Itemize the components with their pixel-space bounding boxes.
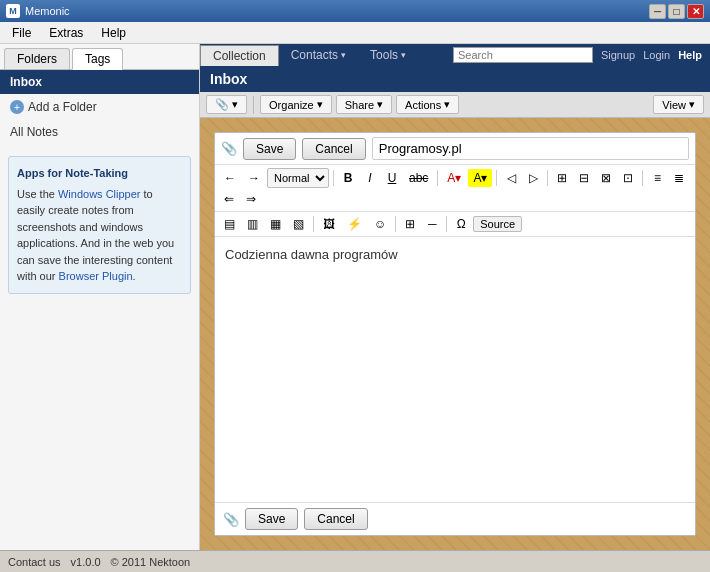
underline-button[interactable]: U — [382, 169, 402, 187]
bottom-save-button[interactable]: Save — [245, 508, 298, 530]
close-button[interactable]: ✕ — [687, 4, 704, 19]
nav-tab-collection-label: Collection — [213, 49, 266, 63]
add-folder-button[interactable]: + Add a Folder — [0, 94, 199, 120]
add-folder-label: Add a Folder — [28, 100, 97, 114]
all-notes-link[interactable]: All Notes — [0, 120, 199, 144]
actions-button[interactable]: Actions ▾ — [396, 95, 459, 114]
menu-extras[interactable]: Extras — [41, 24, 91, 42]
strikethrough-button[interactable]: abc — [404, 169, 433, 187]
main-toolbar: 📎 ▾ Organize ▾ Share ▾ Actions ▾ View ▾ — [200, 92, 710, 118]
info-box-text3: . — [133, 270, 136, 282]
title-bar-left: M Memonic — [6, 4, 70, 18]
top-cancel-button[interactable]: Cancel — [302, 138, 365, 160]
align-right-button[interactable]: ▦ — [265, 215, 286, 233]
flash-button[interactable]: ⚡ — [342, 215, 367, 233]
unordered-list-button[interactable]: ≡ — [647, 169, 667, 187]
toolbar-sep-1 — [253, 96, 254, 114]
nav-tab-collection[interactable]: Collection — [200, 45, 279, 66]
redo-button[interactable]: → — [243, 169, 265, 187]
top-save-button[interactable]: Save — [243, 138, 296, 160]
smiley-button[interactable]: ☺ — [369, 215, 391, 233]
share-button[interactable]: Share ▾ — [336, 95, 392, 114]
maximize-button[interactable]: □ — [668, 4, 685, 19]
view-button[interactable]: View ▾ — [653, 95, 704, 114]
tools-arrow-icon: ▾ — [401, 50, 406, 60]
bottom-attachment-icon: 📎 — [223, 512, 239, 527]
toolbar-clip-button[interactable]: 📎 ▾ — [206, 95, 247, 114]
bottom-cancel-button[interactable]: Cancel — [304, 508, 367, 530]
indent-button[interactable]: ▷ — [523, 169, 543, 187]
content-panel: Collection Contacts ▾ Tools ▾ Signup Log… — [200, 44, 710, 550]
sidebar-inbox: Inbox — [0, 70, 199, 94]
special-char-button[interactable]: Ω — [451, 215, 471, 233]
inbox-header: Inbox — [200, 66, 710, 92]
increase-indent-button[interactable]: ⇒ — [241, 190, 261, 208]
et-sep-5 — [642, 170, 643, 186]
editor-toolbar-1: ← → Normal B I U abc A▾ A▾ ◁ ▷ — [215, 165, 695, 212]
image-button[interactable]: 🖼 — [318, 215, 340, 233]
editor-body-wrapper — [215, 237, 695, 502]
status-bar: Contact us v1.0.0 © 2011 Nektoon — [0, 550, 710, 572]
et-sep-1 — [333, 170, 334, 186]
note-title-input[interactable] — [372, 137, 689, 160]
source-button[interactable]: Source — [473, 216, 522, 232]
align-left-button[interactable]: ▤ — [219, 215, 240, 233]
minimize-button[interactable]: ─ — [649, 4, 666, 19]
paste-button[interactable]: ⊟ — [574, 169, 594, 187]
organize-button[interactable]: Organize ▾ — [260, 95, 332, 114]
undo-button[interactable]: ← — [219, 169, 241, 187]
menu-help[interactable]: Help — [93, 24, 134, 42]
format-select[interactable]: Normal — [267, 168, 329, 188]
nav-tab-tools[interactable]: Tools ▾ — [358, 44, 418, 66]
sidebar-tab-tags[interactable]: Tags — [72, 48, 123, 70]
sidebar: Folders Tags Inbox + Add a Folder All No… — [0, 44, 200, 550]
bottom-bar: 📎 Save Cancel — [215, 502, 695, 535]
bold-button[interactable]: B — [338, 169, 358, 187]
justify-button[interactable]: ▧ — [288, 215, 309, 233]
help-link[interactable]: Help — [678, 49, 702, 61]
top-nav-right: Signup Login Help — [453, 44, 710, 66]
login-link[interactable]: Login — [643, 49, 670, 61]
copy-button[interactable]: ⊞ — [552, 169, 572, 187]
nav-tab-contacts[interactable]: Contacts ▾ — [279, 44, 358, 66]
title-bar: M Memonic ─ □ ✕ — [0, 0, 710, 22]
decrease-indent-button[interactable]: ⇐ — [219, 190, 239, 208]
et-sep-6 — [313, 216, 314, 232]
nav-tab-contacts-label: Contacts — [291, 48, 338, 62]
note-editor: 📎 Save Cancel ← → Normal B I U abc — [214, 132, 696, 536]
align-center-button[interactable]: ▥ — [242, 215, 263, 233]
et-sep-4 — [547, 170, 548, 186]
outdent-button[interactable]: ◁ — [501, 169, 521, 187]
paste-text-button[interactable]: ⊠ — [596, 169, 616, 187]
note-title-bar: 📎 Save Cancel — [215, 133, 695, 165]
attachment-icon: 📎 — [221, 141, 237, 156]
title-bar-buttons: ─ □ ✕ — [649, 4, 704, 19]
ordered-list-button[interactable]: ≣ — [669, 169, 689, 187]
contact-us-link[interactable]: Contact us — [8, 556, 61, 568]
italic-button[interactable]: I — [360, 169, 380, 187]
info-box-title: Apps for Note-Taking — [17, 165, 182, 182]
editor-content[interactable] — [215, 237, 695, 502]
content-area: 📎 Save Cancel ← → Normal B I U abc — [200, 118, 710, 550]
highlight-button[interactable]: A▾ — [468, 169, 492, 187]
search-input[interactable] — [453, 47, 593, 63]
menu-file[interactable]: File — [4, 24, 39, 42]
paste-word-button[interactable]: ⊡ — [618, 169, 638, 187]
contacts-arrow-icon: ▾ — [341, 50, 346, 60]
font-color-button[interactable]: A▾ — [442, 169, 466, 187]
version-text: v1.0.0 — [71, 556, 101, 568]
title-bar-text: Memonic — [25, 5, 70, 17]
et-sep-7 — [395, 216, 396, 232]
table-button[interactable]: ⊞ — [400, 215, 420, 233]
info-box: Apps for Note-Taking Use the Windows Cli… — [8, 156, 191, 294]
add-folder-icon: + — [10, 100, 24, 114]
info-box-text1: Use the — [17, 188, 58, 200]
rule-button[interactable]: ─ — [422, 215, 442, 233]
signup-link[interactable]: Signup — [601, 49, 635, 61]
browser-plugin-link[interactable]: Browser Plugin — [59, 270, 133, 282]
main-layout: Folders Tags Inbox + Add a Folder All No… — [0, 44, 710, 550]
et-sep-2 — [437, 170, 438, 186]
sidebar-tab-folders[interactable]: Folders — [4, 48, 70, 69]
windows-clipper-link[interactable]: Windows Clipper — [58, 188, 141, 200]
editor-toolbar-2: ▤ ▥ ▦ ▧ 🖼 ⚡ ☺ ⊞ ─ Ω Source — [215, 212, 695, 237]
